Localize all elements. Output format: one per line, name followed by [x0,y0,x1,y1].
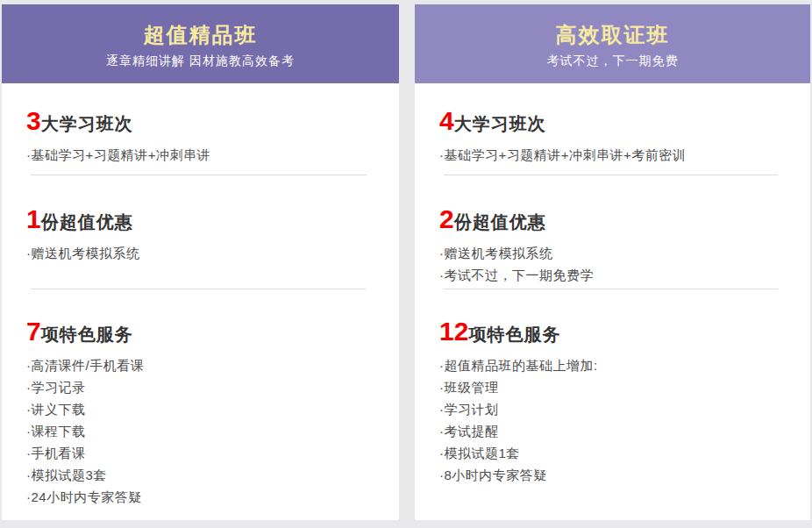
section-count: 4 [439,106,454,135]
card-header-certification: 高效取证班 考试不过，下一期免费 [415,4,810,83]
card-body: 4大学习班次 ·基础学习+习题精讲+冲刺串讲+考前密训 2份超值优惠 ·赠送机考… [415,83,810,520]
list-item: ·赠送机考模拟系统 [26,242,381,264]
list-item: ·8小时内专家答疑 [439,464,793,486]
course-card-premium: 超值精品班 逐章精细讲解 因材施教高效备考 3大学习班次 ·基础学习+习题精讲+… [2,4,399,520]
section-study-classes: 3大学习班次 ·基础学习+习题精讲+冲刺串讲 [2,83,399,175]
list-item: ·赠送机考模拟系统 [439,242,793,264]
section-title: 大学习班次 [41,114,133,133]
section-heading: 1份超值优惠 [26,204,381,239]
section-heading: 7项特色服务 [26,317,381,351]
section-title: 份超值优惠 [454,212,546,232]
section-count: 12 [439,317,468,346]
section-count: 3 [26,106,41,135]
section-heading: 12项特色服务 [439,317,793,351]
section-value-offers: 1份超值优惠 ·赠送机考模拟系统 [2,175,399,289]
list-item: ·学习计划 [439,398,793,420]
section-title: 份超值优惠 [41,212,133,232]
section-heading: 2份超值优惠 [439,204,793,239]
card-body: 3大学习班次 ·基础学习+习题精讲+冲刺串讲 1份超值优惠 ·赠送机考模拟系统 … [2,83,399,520]
section-count: 2 [439,204,454,233]
card-subtitle: 逐章精细讲解 因材施教高效备考 [2,54,399,69]
section-value-offers: 2份超值优惠 ·赠送机考模拟系统 ·考试不过，下一期免费学 [415,175,810,289]
section-heading: 3大学习班次 [26,106,381,140]
list-item: ·超值精品班的基础上增加: [439,354,793,376]
list-item: ·讲义下载 [26,398,381,420]
list-item: ·模拟试题3套 [26,464,381,486]
list-item: ·手机看课 [26,442,381,464]
page-background: 超值精品班 逐章精细讲解 因材施教高效备考 3大学习班次 ·基础学习+习题精讲+… [0,0,812,528]
list-item: ·基础学习+习题精讲+冲刺串讲 [26,144,381,166]
section-title: 项特色服务 [41,325,133,344]
list-item: ·班级管理 [439,376,793,398]
section-special-services: 12项特色服务 ·超值精品班的基础上增加: ·班级管理 ·学习计划 ·考试提醒 … [415,289,810,520]
card-subtitle: 考试不过，下一期免费 [415,54,810,69]
course-card-certification: 高效取证班 考试不过，下一期免费 4大学习班次 ·基础学习+习题精讲+冲刺串讲+… [415,4,810,520]
card-title: 高效取证班 [415,23,810,47]
section-title: 大学习班次 [454,114,546,133]
section-heading: 4大学习班次 [439,106,793,140]
section-study-classes: 4大学习班次 ·基础学习+习题精讲+冲刺串讲+考前密训 [415,83,810,175]
section-count: 1 [26,204,41,233]
list-item: ·考试提醒 [439,420,793,442]
list-item: ·模拟试题1套 [439,442,793,464]
card-title: 超值精品班 [2,23,399,47]
section-special-services: 7项特色服务 ·高清课件/手机看课 ·学习记录 ·讲义下载 ·课程下载 ·手机看… [2,289,399,520]
list-item: ·学习记录 [26,376,381,398]
list-item: ·基础学习+习题精讲+冲刺串讲+考前密训 [439,144,793,166]
card-header-premium: 超值精品班 逐章精细讲解 因材施教高效备考 [2,4,399,83]
list-item: ·考试不过，下一期免费学 [439,264,793,286]
list-item: ·高清课件/手机看课 [26,354,381,376]
section-title: 项特色服务 [468,325,560,344]
section-count: 7 [26,317,41,346]
list-item: ·课程下载 [26,420,381,442]
list-item: ·24小时内专家答疑 [26,486,381,508]
